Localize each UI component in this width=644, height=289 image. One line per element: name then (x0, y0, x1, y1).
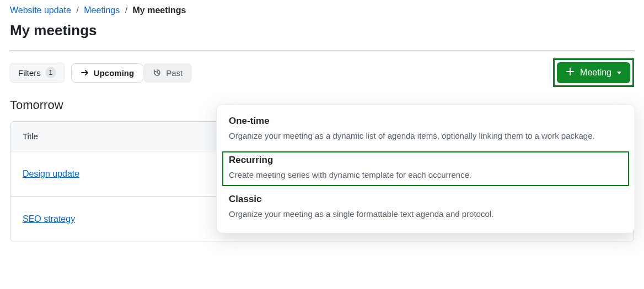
breadcrumb-link-project[interactable]: Website update (10, 6, 71, 15)
dropdown-item-title: Classic (229, 194, 622, 205)
tab-past[interactable]: Past (143, 63, 192, 83)
dropdown-item-desc: Organize your meeting as a dynamic list … (229, 130, 622, 141)
add-meeting-button[interactable]: Meeting (557, 62, 630, 83)
breadcrumb-current: My meetings (133, 6, 186, 15)
col-title: Title (23, 132, 38, 141)
tab-past-label: Past (166, 68, 183, 78)
breadcrumb: Website update / Meetings / My meetings (10, 6, 634, 15)
dropdown-item-classic[interactable]: Classic Organize your meeting as a singl… (217, 188, 635, 227)
filters-count: 1 (45, 67, 56, 78)
history-icon (153, 68, 162, 77)
breadcrumb-sep: / (76, 6, 78, 15)
divider (10, 50, 634, 51)
filters-label: Filters (18, 68, 41, 78)
tab-upcoming-label: Upcoming (94, 68, 134, 78)
breadcrumb-sep: / (125, 6, 127, 15)
dropdown-item-recurring[interactable]: Recurring Create meeting series with dyn… (220, 149, 631, 188)
dropdown-item-one-time[interactable]: One-time Organize your meeting as a dyna… (217, 110, 635, 149)
meeting-title-link[interactable]: Design update (23, 169, 229, 179)
plus-icon (566, 67, 575, 78)
arrow-right-icon (80, 68, 89, 77)
tab-upcoming[interactable]: Upcoming (71, 63, 143, 83)
filters-button[interactable]: Filters 1 (10, 63, 65, 83)
view-segmented: Upcoming Past (71, 63, 192, 83)
dropdown-item-desc: Organize your meeting as a single format… (229, 208, 622, 220)
meeting-title-link[interactable]: SEO strategy (23, 214, 229, 224)
dropdown-item-desc: Create meeting series with dynamic templ… (229, 169, 622, 181)
chevron-down-icon (617, 72, 621, 74)
meeting-button-highlight: Meeting (553, 58, 634, 87)
add-meeting-label: Meeting (580, 68, 611, 78)
dropdown-item-title: One-time (229, 116, 622, 127)
breadcrumb-link-meetings[interactable]: Meetings (84, 6, 120, 15)
page-title: My meetings (10, 22, 634, 39)
toolbar-left: Filters 1 Upcoming Past (10, 63, 192, 83)
dropdown-item-title: Recurring (229, 155, 622, 166)
toolbar: Filters 1 Upcoming Past Meeting (10, 58, 634, 87)
meeting-type-dropdown: One-time Organize your meeting as a dyna… (216, 104, 635, 233)
